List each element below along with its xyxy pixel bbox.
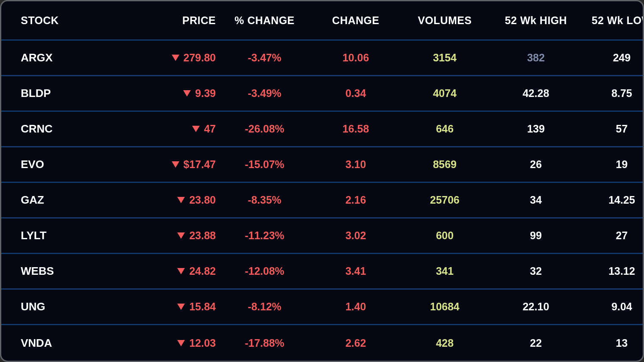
table-row[interactable]: CRNC47-26.08%16.5864613957 bbox=[1, 112, 643, 147]
table-header-row: STOCK PRICE % CHANGE CHANGE VOLUMES 52 W… bbox=[1, 1, 643, 41]
high-value: 22.10 bbox=[491, 301, 580, 313]
table-row[interactable]: WEBS24.82-12.08%3.413413213.12 bbox=[1, 254, 643, 290]
stock-ticker: VNDA bbox=[21, 337, 131, 350]
change-value: 0.34 bbox=[313, 87, 398, 99]
change-value: 16.58 bbox=[313, 123, 398, 135]
low-value: 8.75 bbox=[580, 87, 644, 99]
volume-value: 428 bbox=[398, 337, 491, 349]
price-value: 47 bbox=[204, 123, 216, 135]
low-value: 13.12 bbox=[580, 265, 644, 277]
price-cell: 279.80 bbox=[131, 52, 216, 64]
price-cell: 12.03 bbox=[131, 337, 216, 349]
col-header-volumes: VOLUMES bbox=[398, 14, 491, 27]
volume-value: 646 bbox=[398, 123, 491, 135]
pct-change-value: -15.07% bbox=[216, 158, 313, 171]
high-value: 26 bbox=[491, 158, 580, 171]
stock-ticker: BLDP bbox=[21, 87, 131, 100]
col-header-price: PRICE bbox=[131, 14, 216, 27]
low-value: 27 bbox=[580, 229, 644, 242]
table-row[interactable]: BLDP9.39-3.49%0.34407442.288.75 bbox=[1, 76, 643, 112]
pct-change-value: -3.49% bbox=[216, 87, 313, 99]
change-value: 2.16 bbox=[313, 194, 398, 206]
high-value: 32 bbox=[491, 265, 580, 277]
stock-ticker: GAZ bbox=[21, 193, 131, 207]
volume-value: 3154 bbox=[398, 52, 491, 64]
low-value: 57 bbox=[580, 123, 644, 135]
high-value: 139 bbox=[491, 123, 580, 135]
pct-change-value: -8.12% bbox=[216, 301, 313, 313]
price-cell: 9.39 bbox=[131, 87, 216, 99]
high-value: 22 bbox=[491, 337, 580, 349]
table-row[interactable]: EVO$17.47-15.07%3.1085692619 bbox=[1, 147, 643, 183]
col-header-stock: STOCK bbox=[21, 14, 131, 27]
col-header-pct: % CHANGE bbox=[216, 14, 313, 27]
pct-change-value: -26.08% bbox=[216, 123, 313, 135]
down-triangle-icon bbox=[177, 304, 185, 310]
col-header-low: 52 Wk LOW bbox=[580, 14, 644, 27]
down-triangle-icon bbox=[172, 161, 179, 168]
volume-value: 8569 bbox=[398, 158, 491, 171]
change-value: 3.10 bbox=[313, 158, 398, 171]
price-cell: 23.80 bbox=[131, 194, 216, 206]
col-header-change: CHANGE bbox=[313, 14, 398, 27]
change-value: 1.40 bbox=[313, 301, 398, 313]
volume-value: 10684 bbox=[398, 301, 491, 313]
down-triangle-icon bbox=[177, 197, 185, 203]
pct-change-value: -17.88% bbox=[216, 337, 313, 349]
down-triangle-icon bbox=[183, 90, 191, 97]
change-value: 10.06 bbox=[313, 52, 398, 64]
table-row[interactable]: ARGX279.80-3.47%10.063154382249 bbox=[1, 41, 643, 76]
low-value: 13 bbox=[580, 337, 644, 349]
price-value: 279.80 bbox=[184, 52, 216, 64]
stock-ticker: LYLT bbox=[21, 229, 131, 242]
price-value: $17.47 bbox=[184, 158, 216, 171]
price-value: 12.03 bbox=[189, 337, 216, 349]
price-value: 23.88 bbox=[189, 229, 216, 242]
stock-ticker: ARGX bbox=[21, 51, 131, 64]
low-value: 19 bbox=[580, 158, 644, 171]
table-row[interactable]: LYLT23.88-11.23%3.026009927 bbox=[1, 218, 643, 254]
change-value: 2.62 bbox=[313, 337, 398, 349]
table-row[interactable]: VNDA12.03-17.88%2.624282213 bbox=[1, 325, 643, 361]
volume-value: 600 bbox=[398, 229, 491, 242]
table-body: ARGX279.80-3.47%10.063154382249BLDP9.39-… bbox=[1, 41, 643, 361]
price-cell: $17.47 bbox=[131, 158, 216, 171]
down-triangle-icon bbox=[192, 126, 200, 132]
price-value: 24.82 bbox=[189, 265, 216, 277]
down-triangle-icon bbox=[177, 340, 185, 346]
low-value: 249 bbox=[580, 52, 644, 64]
down-triangle-icon bbox=[177, 268, 185, 274]
pct-change-value: -11.23% bbox=[216, 229, 313, 242]
col-header-high: 52 Wk HIGH bbox=[491, 14, 580, 27]
change-value: 3.02 bbox=[313, 229, 398, 242]
high-value: 42.28 bbox=[491, 87, 580, 99]
price-cell: 47 bbox=[131, 123, 216, 135]
stock-table-panel: STOCK PRICE % CHANGE CHANGE VOLUMES 52 W… bbox=[0, 0, 644, 362]
change-value: 3.41 bbox=[313, 265, 398, 277]
price-cell: 23.88 bbox=[131, 229, 216, 242]
down-triangle-icon bbox=[172, 55, 179, 61]
stock-ticker: UNG bbox=[21, 300, 131, 313]
low-value: 14.25 bbox=[580, 194, 644, 206]
volume-value: 4074 bbox=[398, 87, 491, 99]
price-value: 9.39 bbox=[195, 87, 216, 99]
stock-ticker: CRNC bbox=[21, 122, 131, 135]
pct-change-value: -3.47% bbox=[216, 52, 313, 64]
price-cell: 15.84 bbox=[131, 301, 216, 313]
price-value: 15.84 bbox=[189, 301, 216, 313]
table-row[interactable]: UNG15.84-8.12%1.401068422.109.04 bbox=[1, 290, 643, 325]
price-value: 23.80 bbox=[189, 194, 216, 206]
high-value: 34 bbox=[491, 194, 580, 206]
volume-value: 25706 bbox=[398, 194, 491, 206]
pct-change-value: -12.08% bbox=[216, 265, 313, 277]
stock-ticker: EVO bbox=[21, 158, 131, 171]
price-cell: 24.82 bbox=[131, 265, 216, 277]
table-row[interactable]: GAZ23.80-8.35%2.16257063414.25 bbox=[1, 183, 643, 218]
high-value: 382 bbox=[491, 52, 580, 64]
pct-change-value: -8.35% bbox=[216, 194, 313, 206]
down-triangle-icon bbox=[177, 232, 185, 239]
stock-ticker: WEBS bbox=[21, 265, 131, 278]
low-value: 9.04 bbox=[580, 301, 644, 313]
high-value: 99 bbox=[491, 229, 580, 242]
volume-value: 341 bbox=[398, 265, 491, 277]
